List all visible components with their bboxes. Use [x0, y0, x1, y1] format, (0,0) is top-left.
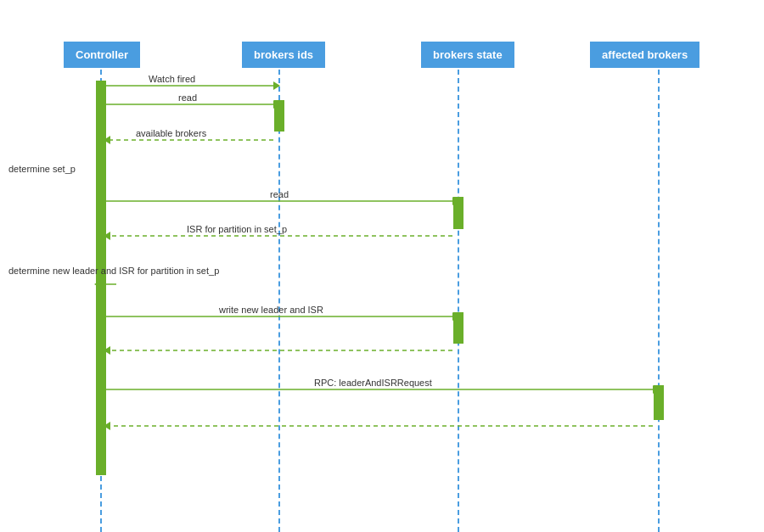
activation-affected-brokers: [654, 385, 664, 420]
activation-brokers-state-2: [453, 312, 463, 344]
msg4-label: determine set_p: [8, 164, 76, 174]
lifeline-brokers-state: [458, 70, 459, 532]
msg3-label: available brokers: [136, 128, 207, 138]
lifeline-header-brokers-state: brokers state: [421, 42, 514, 68]
sequence-diagram: Controller brokers ids brokers state aff…: [0, 0, 764, 532]
activation-brokers-state-1: [453, 197, 463, 229]
msg8-label: write new leader and ISR: [218, 305, 323, 315]
msg1-label: Watch fired: [149, 74, 195, 84]
lifeline-brokers-ids: [278, 70, 280, 532]
msg6-label: ISR for partition in set_p: [187, 224, 287, 234]
lifeline-affected-brokers: [658, 70, 660, 532]
msg7-label: determine new leader and ISR for partiti…: [8, 266, 219, 276]
lifeline-header-brokers-ids: brokers ids: [242, 42, 325, 68]
lifeline-header-controller: Controller: [64, 42, 140, 68]
lifeline-header-affected-brokers: affected brokers: [590, 42, 699, 68]
msg2-label: read: [178, 92, 197, 103]
msg10-label: RPC: leaderAndISRRequest: [314, 378, 432, 388]
activation-brokers-ids: [274, 100, 284, 132]
activation-controller: [96, 81, 106, 475]
arrows-svg: Watch fired read available brokers deter…: [0, 0, 764, 532]
